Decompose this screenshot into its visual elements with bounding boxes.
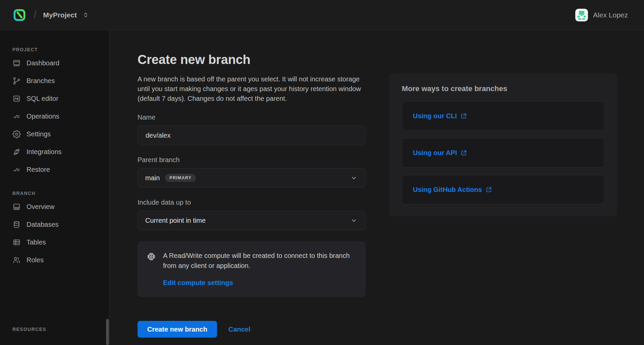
breadcrumb-separator: / bbox=[34, 9, 37, 21]
sidebar-item-operations[interactable]: Operations bbox=[12, 108, 109, 125]
include-data-value: Current point in time bbox=[145, 217, 206, 224]
sidebar-item-label: Operations bbox=[26, 113, 59, 120]
parent-branch-label: Parent branch bbox=[138, 156, 366, 164]
cancel-button[interactable]: Cancel bbox=[228, 326, 251, 333]
more-ways-link[interactable]: Using GitHub Actions bbox=[413, 186, 492, 194]
project-name: MyProject bbox=[43, 11, 77, 19]
restore-icon bbox=[12, 165, 21, 174]
dashboard-icon bbox=[12, 59, 21, 67]
overview-icon bbox=[12, 203, 21, 211]
more-ways-card-using-github-actions[interactable]: Using GitHub Actions bbox=[402, 175, 604, 204]
compute-info-card: A Read/Write compute will be created to … bbox=[138, 241, 366, 297]
sidebar-item-label: Settings bbox=[26, 130, 51, 138]
neon-logo-icon bbox=[12, 8, 26, 22]
sidebar-section-label: RESOURCES bbox=[12, 327, 109, 332]
page-description: A new branch is based off the parent you… bbox=[138, 74, 366, 104]
sql-editor-icon bbox=[12, 94, 21, 103]
branches-icon bbox=[12, 77, 21, 85]
sidebar-item-label: Roles bbox=[26, 256, 44, 264]
settings-icon bbox=[12, 130, 21, 138]
more-ways-panel: More ways to create branches Using our C… bbox=[389, 73, 617, 216]
more-ways-card-using-our-api[interactable]: Using our API bbox=[402, 138, 604, 167]
sidebar-item-label: Databases bbox=[26, 221, 59, 228]
parent-branch-value: main bbox=[145, 174, 160, 182]
more-ways-link-label: Using our CLI bbox=[413, 112, 457, 120]
external-link-icon bbox=[485, 186, 492, 193]
sidebar-section-project: PROJECTDashboardBranchesSQL editorOperat… bbox=[12, 47, 109, 179]
branch-name-input[interactable] bbox=[138, 126, 366, 145]
roles-icon bbox=[12, 256, 21, 264]
more-ways-link[interactable]: Using our API bbox=[413, 149, 467, 157]
sidebar-item-label: Branches bbox=[26, 77, 55, 85]
external-link-icon bbox=[460, 149, 467, 156]
chevron-down-icon bbox=[350, 216, 358, 224]
include-data-label: Include data up to bbox=[138, 199, 366, 206]
tables-icon bbox=[12, 238, 21, 247]
sidebar-item-label: Integrations bbox=[26, 148, 62, 156]
sidebar-item-integrations[interactable]: Integrations bbox=[12, 143, 109, 161]
top-bar: / MyProject bbox=[0, 0, 644, 30]
sidebar-item-label: Tables bbox=[26, 238, 46, 246]
app-window: / MyProject bbox=[0, 0, 644, 345]
sidebar-item-dashboard[interactable]: Dashboard bbox=[12, 54, 109, 72]
external-link-icon bbox=[460, 113, 467, 120]
sidebar-section-label: PROJECT bbox=[12, 47, 109, 52]
page-title: Create new branch bbox=[138, 52, 366, 67]
main-content: Create new branch A new branch is based … bbox=[109, 30, 644, 345]
avatar bbox=[575, 9, 588, 21]
include-data-select[interactable]: Current point in time bbox=[138, 211, 366, 230]
sidebar-item-overview[interactable]: Overview bbox=[12, 198, 109, 216]
parent-branch-select[interactable]: main PRIMARY bbox=[138, 168, 366, 188]
form-actions: Create new branch Cancel bbox=[138, 321, 366, 338]
more-ways-link[interactable]: Using our CLI bbox=[413, 112, 467, 120]
cpu-chip-icon bbox=[146, 251, 157, 287]
operations-icon bbox=[12, 112, 21, 121]
create-branch-button[interactable]: Create new branch bbox=[138, 321, 217, 338]
unfold-chevrons-icon bbox=[82, 11, 89, 18]
more-ways-link-label: Using our API bbox=[413, 149, 457, 157]
neon-logo[interactable] bbox=[12, 8, 26, 22]
project-switcher[interactable]: MyProject bbox=[43, 11, 89, 19]
sidebar-item-label: Overview bbox=[26, 203, 54, 211]
sidebar-item-settings[interactable]: Settings bbox=[12, 125, 109, 143]
sidebar-item-label: Restore bbox=[26, 166, 50, 174]
user-name: Alex Lopez bbox=[593, 11, 628, 19]
sidebar-section-label: BRANCH bbox=[12, 191, 109, 196]
sidebar-item-branches[interactable]: Branches bbox=[12, 72, 109, 90]
primary-badge: PRIMARY bbox=[165, 174, 196, 182]
edit-compute-settings-link[interactable]: Edit compute settings bbox=[163, 279, 233, 287]
sidebar-item-roles[interactable]: Roles bbox=[12, 251, 109, 269]
databases-icon bbox=[12, 220, 21, 229]
create-branch-form: Create new branch A new branch is based … bbox=[138, 52, 366, 338]
compute-note: A Read/Write compute will be created to … bbox=[163, 251, 357, 271]
sidebar-section-branch: BRANCHOverviewDatabasesTablesRoles bbox=[12, 191, 109, 269]
sidebar-section-resources: RESOURCES bbox=[12, 327, 109, 332]
more-ways-card-using-our-cli[interactable]: Using our CLI bbox=[402, 101, 604, 131]
sidebar-item-sql-editor[interactable]: SQL editor bbox=[12, 90, 109, 108]
user-menu[interactable]: Alex Lopez bbox=[575, 9, 628, 21]
sidebar: PROJECTDashboardBranchesSQL editorOperat… bbox=[0, 30, 109, 345]
sidebar-item-databases[interactable]: Databases bbox=[12, 216, 109, 233]
more-ways-title: More ways to create branches bbox=[402, 84, 604, 93]
sidebar-item-label: SQL editor bbox=[26, 95, 58, 102]
chevron-down-icon bbox=[350, 174, 358, 182]
name-field-label: Name bbox=[138, 114, 366, 121]
integrations-icon bbox=[12, 148, 21, 156]
sidebar-scrollbar-thumb[interactable] bbox=[106, 319, 109, 345]
sidebar-item-tables[interactable]: Tables bbox=[12, 233, 109, 251]
sidebar-item-restore[interactable]: Restore bbox=[12, 161, 109, 179]
sidebar-item-label: Dashboard bbox=[26, 59, 59, 67]
more-ways-link-label: Using GitHub Actions bbox=[413, 186, 482, 194]
